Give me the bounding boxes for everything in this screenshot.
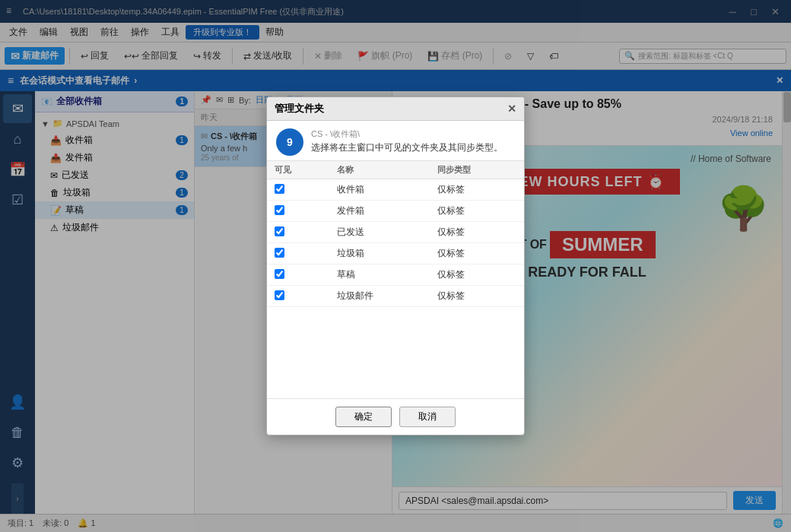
modal-header: 9 CS - \收件箱\ 选择将在主窗口中可见的文件夹及其同步类型。 bbox=[267, 121, 524, 161]
row-sync-cell: 仅标签 bbox=[430, 201, 524, 222]
table-row: 发件箱仅标签 bbox=[267, 201, 524, 222]
row-sync-cell: 仅标签 bbox=[430, 243, 524, 264]
row-visible-cell bbox=[267, 264, 329, 286]
modal-logo-text: 9 bbox=[287, 136, 293, 148]
manage-folders-modal: 管理文件夹 ✕ 9 CS - \收件箱\ 选择将在主窗口中可见的文件夹及其同步类… bbox=[266, 97, 525, 435]
table-row: 垃圾箱仅标签 bbox=[267, 243, 524, 264]
folders-table: 可见 名称 同步类型 收件箱仅标签发件箱仅标签已发送仅标签垃圾箱仅标签草稿仅标签… bbox=[267, 161, 524, 307]
col-sync-type: 同步类型 bbox=[430, 161, 524, 179]
row-name-cell: 发件箱 bbox=[329, 201, 430, 222]
modal-empty-space bbox=[267, 307, 524, 398]
row-name-cell: 收件箱 bbox=[329, 179, 430, 201]
modal-header-text: CS - \收件箱\ 选择将在主窗口中可见的文件夹及其同步类型。 bbox=[311, 128, 503, 154]
row-visible-cell bbox=[267, 222, 329, 243]
table-row: 垃圾邮件仅标签 bbox=[267, 286, 524, 307]
row-sync-cell: 仅标签 bbox=[430, 179, 524, 201]
modal-overlay: 管理文件夹 ✕ 9 CS - \收件箱\ 选择将在主窗口中可见的文件夹及其同步类… bbox=[0, 0, 791, 532]
row-name-cell: 已发送 bbox=[329, 222, 430, 243]
modal-confirm-button[interactable]: 确定 bbox=[335, 407, 392, 427]
visible-checkbox[interactable] bbox=[275, 290, 284, 300]
modal-description: 选择将在主窗口中可见的文件夹及其同步类型。 bbox=[311, 141, 503, 154]
modal-title-bar: 管理文件夹 ✕ bbox=[267, 97, 524, 121]
row-sync-cell: 仅标签 bbox=[430, 264, 524, 286]
row-name-cell: 垃圾邮件 bbox=[329, 286, 430, 307]
visible-checkbox[interactable] bbox=[275, 205, 284, 215]
row-visible-cell bbox=[267, 243, 329, 264]
visible-checkbox[interactable] bbox=[275, 184, 284, 194]
row-visible-cell bbox=[267, 201, 329, 222]
table-row: 收件箱仅标签 bbox=[267, 179, 524, 201]
visible-checkbox[interactable] bbox=[275, 226, 284, 236]
row-sync-cell: 仅标签 bbox=[430, 286, 524, 307]
table-row: 已发送仅标签 bbox=[267, 222, 524, 243]
modal-logo: 9 bbox=[276, 128, 303, 156]
col-name: 名称 bbox=[329, 161, 430, 179]
modal-title: 管理文件夹 bbox=[275, 102, 324, 116]
row-sync-cell: 仅标签 bbox=[430, 222, 524, 243]
col-visible: 可见 bbox=[267, 161, 329, 179]
modal-cancel-button[interactable]: 取消 bbox=[399, 407, 456, 427]
modal-footer: 确定 取消 bbox=[267, 398, 524, 435]
row-visible-cell bbox=[267, 179, 329, 201]
table-row: 草稿仅标签 bbox=[267, 264, 524, 286]
modal-logo-path: CS - \收件箱\ bbox=[311, 128, 503, 140]
modal-close-button[interactable]: ✕ bbox=[507, 103, 516, 115]
row-name-cell: 草稿 bbox=[329, 264, 430, 286]
row-visible-cell bbox=[267, 286, 329, 307]
row-name-cell: 垃圾箱 bbox=[329, 243, 430, 264]
visible-checkbox[interactable] bbox=[275, 248, 284, 258]
visible-checkbox[interactable] bbox=[275, 269, 284, 279]
